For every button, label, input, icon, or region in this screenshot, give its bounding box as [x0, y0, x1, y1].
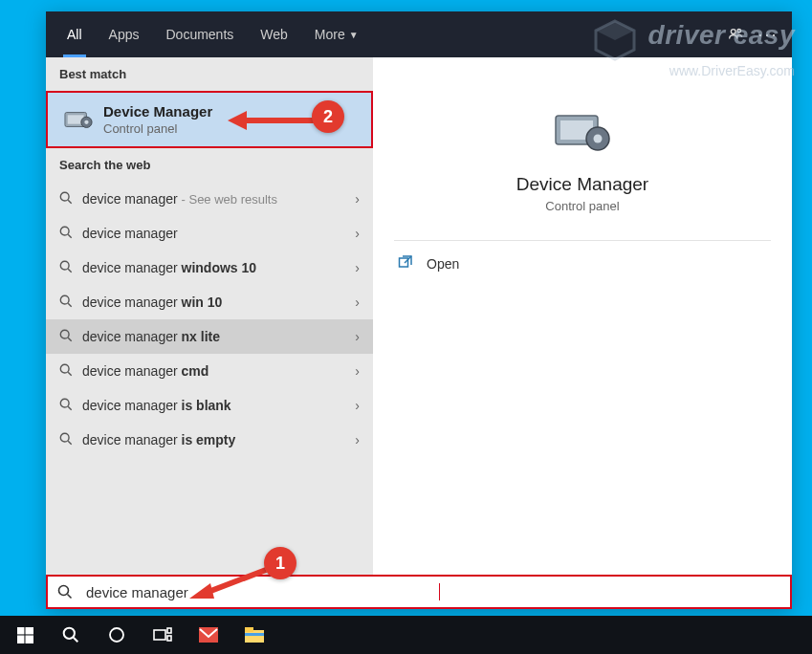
search-icon: [59, 363, 73, 380]
divider: [394, 240, 771, 241]
web-result-label: device manager win 10: [82, 294, 222, 310]
cortana-icon: [108, 626, 125, 643]
search-icon: [48, 584, 82, 600]
chevron-right-icon[interactable]: ›: [355, 329, 360, 344]
task-view-button[interactable]: [140, 616, 186, 654]
svg-rect-29: [25, 635, 33, 643]
search-icon: [59, 294, 73, 311]
text-caret: [439, 583, 440, 600]
options-button[interactable]: ···: [752, 18, 784, 51]
svg-rect-28: [17, 635, 24, 643]
svg-point-19: [59, 586, 69, 596]
svg-point-5: [84, 120, 88, 124]
svg-rect-26: [17, 627, 24, 634]
web-result-label: device manager nx lite: [82, 329, 220, 344]
windows-icon: [17, 627, 33, 643]
tab-label: Web: [260, 27, 288, 42]
taskbar-app-gmail[interactable]: [186, 616, 231, 654]
web-result-label: device manager - See web results: [82, 191, 277, 207]
svg-point-10: [60, 330, 69, 338]
svg-point-12: [60, 399, 69, 407]
device-manager-icon: [61, 102, 96, 137]
tab-apps[interactable]: Apps: [96, 11, 153, 57]
chevron-right-icon[interactable]: ›: [355, 363, 360, 379]
svg-point-1: [737, 30, 740, 33]
svg-rect-38: [245, 633, 264, 636]
svg-point-9: [60, 295, 69, 304]
tab-label: More: [315, 27, 345, 42]
results-pane: Best match Device Manager Control panel …: [46, 57, 373, 575]
task-view-icon: [153, 627, 172, 643]
cortana-button[interactable]: [94, 616, 140, 654]
web-result-item[interactable]: device manager win 10›: [46, 285, 373, 319]
web-result-item[interactable]: device manager windows 10›: [46, 251, 373, 285]
feedback-button[interactable]: [719, 18, 752, 51]
tab-more[interactable]: More ▼: [301, 11, 372, 57]
search-content: Best match Device Manager Control panel …: [46, 57, 792, 575]
web-result-item[interactable]: device manager - See web results›: [46, 182, 373, 216]
search-web-header: Search the web: [46, 148, 373, 182]
taskbar-search-button[interactable]: [48, 616, 94, 654]
search-input[interactable]: [82, 584, 441, 600]
chevron-right-icon[interactable]: ›: [355, 191, 360, 207]
search-icon: [59, 226, 73, 242]
taskbar-app-explorer[interactable]: [231, 616, 277, 654]
open-label: Open: [427, 256, 459, 272]
search-icon: [59, 191, 73, 207]
svg-rect-37: [245, 627, 253, 632]
open-icon: [398, 254, 413, 272]
svg-point-0: [731, 30, 735, 34]
search-tab-bar: All Apps Documents Web More ▼ ···: [46, 11, 792, 57]
tab-documents[interactable]: Documents: [152, 11, 247, 57]
search-icon: [59, 432, 73, 448]
start-button[interactable]: [2, 616, 48, 654]
chevron-down-icon: ▼: [349, 30, 359, 40]
chevron-right-icon[interactable]: ›: [355, 226, 360, 241]
taskbar: [0, 616, 812, 654]
web-result-item[interactable]: device manager is empty›: [46, 423, 373, 457]
search-flyout: All Apps Documents Web More ▼ ··· Best m…: [46, 11, 792, 609]
best-match-header: Best match: [46, 57, 373, 91]
web-result-item[interactable]: device manager›: [46, 216, 373, 251]
ellipsis-icon: ···: [757, 25, 778, 45]
web-result-label: device manager: [82, 226, 178, 241]
tab-all[interactable]: All: [54, 11, 96, 57]
web-result-label: device manager cmd: [82, 363, 208, 379]
svg-rect-32: [154, 630, 165, 640]
search-icon: [59, 329, 73, 345]
best-match-item[interactable]: Device Manager Control panel: [46, 91, 373, 148]
svg-point-30: [64, 628, 75, 639]
search-icon: [59, 260, 73, 276]
web-result-item[interactable]: device manager cmd›: [46, 354, 373, 388]
web-result-label: device manager windows 10: [82, 260, 256, 275]
web-result-label: device manager is blank: [82, 398, 231, 413]
chevron-right-icon[interactable]: ›: [355, 398, 360, 413]
web-result-item[interactable]: device manager nx lite›: [46, 319, 373, 354]
tab-label: All: [67, 27, 82, 42]
svg-point-6: [60, 192, 69, 201]
svg-point-8: [60, 261, 69, 270]
chevron-right-icon[interactable]: ›: [355, 432, 360, 447]
chevron-right-icon[interactable]: ›: [355, 260, 360, 275]
svg-rect-34: [167, 636, 171, 641]
gmail-icon: [199, 627, 218, 643]
preview-subtitle: Control panel: [545, 199, 619, 213]
preview-title: Device Manager: [516, 174, 648, 195]
svg-rect-18: [400, 258, 408, 267]
svg-rect-33: [167, 628, 171, 633]
search-icon: [62, 626, 79, 643]
svg-point-17: [594, 135, 603, 143]
chevron-right-icon[interactable]: ›: [355, 294, 360, 310]
best-match-title: Device Manager: [103, 103, 212, 120]
tab-label: Apps: [109, 27, 140, 42]
svg-rect-35: [199, 627, 218, 643]
tab-label: Documents: [165, 27, 233, 42]
web-result-item[interactable]: device manager is blank›: [46, 388, 373, 423]
search-icon: [59, 398, 73, 414]
file-explorer-icon: [245, 627, 264, 643]
web-result-label: device manager is empty: [82, 432, 235, 447]
preview-pane: Device Manager Control panel Open: [373, 57, 792, 575]
tab-web[interactable]: Web: [247, 11, 301, 57]
open-action[interactable]: Open: [394, 247, 463, 280]
search-box[interactable]: [46, 575, 792, 609]
